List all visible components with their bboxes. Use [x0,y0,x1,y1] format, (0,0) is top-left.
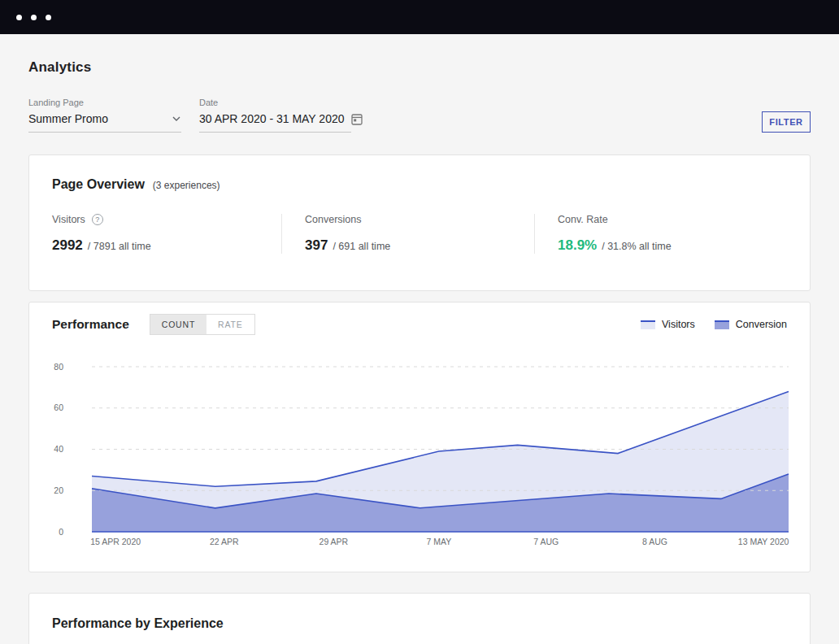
page-overview-header: Page Overview (3 experiences) [52,177,787,192]
performance-by-experience-title: Performance by Experience [52,616,224,630]
svg-text:15 APR 2020: 15 APR 2020 [90,537,141,546]
chart-legend: Visitors Conversion [621,319,787,330]
metric-visitors-label: Visitors [52,214,85,225]
svg-text:29 APR: 29 APR [320,537,349,546]
svg-text:60: 60 [54,402,63,412]
performance-title: Performance [52,317,129,332]
help-icon[interactable]: ? [92,214,103,225]
svg-text:8 AUG: 8 AUG [642,537,667,546]
performance-header: Performance COUNT RATE Visitors Conversi… [52,314,787,335]
performance-by-experience-card: Performance by Experience [28,593,811,644]
experiences-count: (3 experiences) [153,180,220,191]
metric-conversions-alltime: / 691 all time [333,241,390,252]
date-range-value: 30 APR 2020 - 31 MAY 2020 [199,112,345,125]
metric-conv-rate-label: Conv. Rate [558,214,608,225]
svg-text:7 MAY: 7 MAY [426,537,451,546]
conversion-swatch-icon [715,320,729,329]
visitors-swatch-icon [641,320,655,329]
legend-conversion-label: Conversion [736,319,787,330]
calendar-icon[interactable] [351,113,363,125]
svg-text:13 MAY 2020: 13 MAY 2020 [738,537,789,546]
window-control-dot[interactable] [31,15,37,20]
svg-text:20: 20 [54,485,63,495]
window-control-dot[interactable] [16,15,22,20]
date-field: Date 30 APR 2020 - 31 MAY 2020 [199,98,351,133]
count-rate-toggle: COUNT RATE [150,314,255,335]
metric-conv-rate: Conv. Rate 18.9% / 31.8% all time [534,214,787,254]
svg-text:22 APR: 22 APR [210,537,239,546]
legend-visitors-label: Visitors [662,319,695,330]
date-label: Date [199,98,351,107]
metric-visitors-alltime: / 7891 all time [88,241,151,252]
svg-text:80: 80 [54,362,63,372]
landing-page-field: Landing Page Summer Promo [28,98,181,133]
metric-conv-rate-value: 18.9% [558,237,597,254]
svg-text:40: 40 [54,444,63,454]
window-control-dot[interactable] [46,15,51,20]
svg-text:0: 0 [59,527,63,537]
toggle-count-button[interactable]: COUNT [150,315,206,334]
landing-page-label: Landing Page [28,98,181,107]
landing-page-select[interactable]: Summer Promo [28,112,181,133]
legend-item-visitors[interactable]: Visitors [641,319,695,330]
chevron-down-icon [172,115,181,122]
toggle-rate-button[interactable]: RATE [206,315,254,334]
performance-chart-area: 02040608015 APR 202022 APR29 APR7 MAY7 A… [52,356,787,551]
metric-visitors-value: 2992 [52,237,83,254]
metric-visitors: Visitors ? 2992 / 7891 all time [52,214,281,254]
filter-bar: Landing Page Summer Promo Date 30 APR 20… [28,98,811,133]
metric-conversions: Conversions 397 / 691 all time [281,214,534,254]
page-title: Analytics [28,59,811,76]
page-overview-title: Page Overview [52,177,145,192]
metric-conversions-value: 397 [305,237,328,254]
date-range-input[interactable]: 30 APR 2020 - 31 MAY 2020 [199,112,351,133]
svg-text:7 AUG: 7 AUG [533,537,559,546]
landing-page-value: Summer Promo [28,112,108,125]
performance-chart: 02040608015 APR 202022 APR29 APR7 MAY7 A… [52,356,789,551]
main-content: Analytics Landing Page Summer Promo Date… [0,59,839,644]
performance-card: Performance COUNT RATE Visitors Conversi… [28,302,811,572]
window-titlebar [0,0,839,34]
legend-item-conversion[interactable]: Conversion [715,319,787,330]
page-overview-card: Page Overview (3 experiences) Visitors ?… [28,154,811,291]
metric-conversions-label: Conversions [305,214,361,225]
metrics-row: Visitors ? 2992 / 7891 all time Conversi… [52,214,787,254]
metric-conv-rate-alltime: / 31.8% all time [602,241,671,252]
filter-button[interactable]: FILTER [762,111,811,133]
